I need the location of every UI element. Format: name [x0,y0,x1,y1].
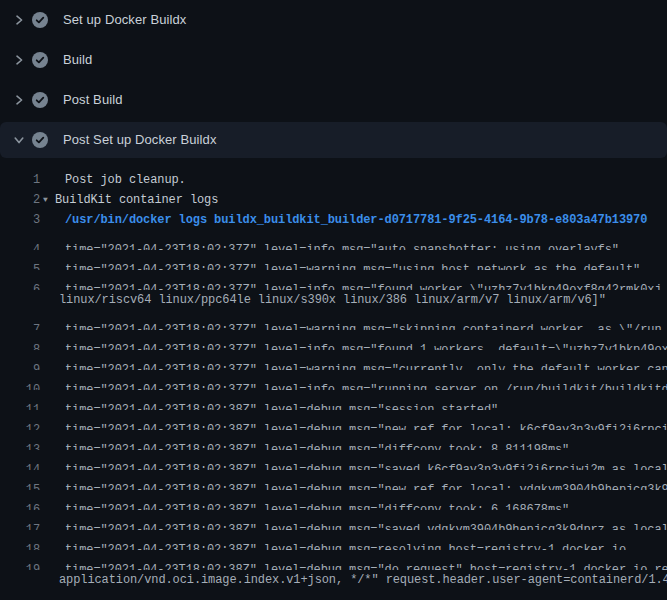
check-circle-icon [32,132,48,148]
collapse-triangle-icon: ▼ [43,190,55,210]
line-number[interactable]: 10 [0,380,40,390]
step-label: Post Set up Docker Buildx [63,132,217,148]
log-text: time="2021-04-23T18:02:37Z" level=info m… [65,340,667,350]
line-number[interactable]: 8 [0,340,40,350]
chevron-right-icon [13,54,25,66]
line-number[interactable]: 19 [0,560,40,570]
log-line: 15time="2021-04-23T18:02:38Z" level=debu… [0,470,667,490]
check-circle-icon [32,92,48,108]
step-row-set-up-docker-buildx[interactable]: Set up Docker Buildx [0,0,667,40]
log-line: 18time="2021-04-23T18:02:38Z" level=debu… [0,530,667,550]
log-text: time="2021-04-23T18:02:38Z" level=debug … [65,420,667,430]
chevron-right-icon [13,14,25,26]
log-line: 10time="2021-04-23T18:02:37Z" level=info… [0,370,667,390]
chevron-down-icon [13,134,25,146]
line-number[interactable]: 17 [0,520,40,530]
log-group-label: BuildKit container logs [55,193,218,207]
log-line: 4time="2021-04-23T18:02:37Z" level=info … [0,230,667,250]
line-number [0,290,40,310]
line-number[interactable]: 15 [0,480,40,490]
log-text: time="2021-04-23T18:02:38Z" level=debug … [65,480,667,490]
log-text: time="2021-04-23T18:02:38Z" level=debug … [65,400,498,410]
log-text: time="2021-04-23T18:02:38Z" level=debug … [65,500,569,510]
log-line: 1Post job cleanup. [0,170,667,190]
line-number[interactable]: 5 [0,260,40,270]
log-text: time="2021-04-23T18:02:38Z" level=debug … [65,460,667,470]
log-text: time="2021-04-23T18:02:38Z" level=debug … [65,560,667,570]
workflow-steps-list: Set up Docker BuildxBuildPost BuildPost … [0,0,667,158]
log-line: 13time="2021-04-23T18:02:38Z" level=debu… [0,430,667,450]
log-text: time="2021-04-23T18:02:38Z" level=debug … [65,540,626,550]
log-line: 6time="2021-04-23T18:02:37Z" level=info … [0,270,667,290]
log-line: 3/usr/bin/docker logs buildx_buildkit_bu… [0,210,667,230]
log-line: 9time="2021-04-23T18:02:37Z" level=warni… [0,350,667,370]
line-number[interactable]: 16 [0,500,40,510]
line-number[interactable]: 12 [0,420,40,430]
line-number[interactable]: 7 [0,320,40,330]
line-number[interactable]: 13 [0,440,40,450]
log-text: time="2021-04-23T18:02:37Z" level=warnin… [65,320,662,330]
line-number[interactable]: 18 [0,540,40,550]
log-text: application/vnd.oci.image.index.v1+json,… [59,570,667,590]
log-line-continuation: application/vnd.oci.image.index.v1+json,… [0,570,667,590]
check-circle-icon [32,52,48,68]
chevron-right-icon [13,94,25,106]
log-text: time="2021-04-23T18:02:37Z" level=info m… [65,240,619,250]
line-number[interactable]: 11 [0,400,40,410]
log-line: 20time="2021-04-23T18:02:38Z" level=debu… [0,590,667,600]
log-text: time="2021-04-23T18:02:37Z" level=info m… [65,380,667,390]
log-group-toggle[interactable]: ▼BuildKit container logs [43,190,218,210]
line-number[interactable]: 14 [0,460,40,470]
step-label: Set up Docker Buildx [63,12,186,28]
log-line-continuation: linux/riscv64 linux/ppc64le linux/s390x … [0,290,667,310]
log-command-text: /usr/bin/docker logs buildx_buildkit_bui… [65,210,647,230]
log-viewer: 1Post job cleanup.2▼BuildKit container l… [0,160,667,600]
log-line: 14time="2021-04-23T18:02:38Z" level=debu… [0,450,667,470]
log-line: 16time="2021-04-23T18:02:38Z" level=debu… [0,490,667,510]
line-number [0,570,40,590]
log-text: time="2021-04-23T18:02:38Z" level=debug … [65,520,667,530]
line-number[interactable]: 4 [0,240,40,250]
log-text: Post job cleanup. [65,170,186,190]
log-line: 7time="2021-04-23T18:02:37Z" level=warni… [0,310,667,330]
check-circle-icon [32,12,48,28]
step-label: Post Build [63,92,123,108]
log-text: time="2021-04-23T18:02:37Z" level=warnin… [65,360,667,370]
step-row-post-build[interactable]: Post Build [0,80,667,120]
log-line: 12time="2021-04-23T18:02:38Z" level=debu… [0,410,667,430]
log-line: 2▼BuildKit container logs [0,190,667,210]
log-line: 17time="2021-04-23T18:02:38Z" level=debu… [0,510,667,530]
log-text: linux/riscv64 linux/ppc64le linux/s390x … [59,290,606,310]
log-line: 11time="2021-04-23T18:02:38Z" level=debu… [0,390,667,410]
log-line: 5time="2021-04-23T18:02:37Z" level=warni… [0,250,667,270]
step-label: Build [63,52,92,68]
log-text: time="2021-04-23T18:02:37Z" level=info m… [65,280,662,290]
step-row-post-set-up-docker-buildx[interactable]: Post Set up Docker Buildx [0,122,667,158]
log-line: 19time="2021-04-23T18:02:38Z" level=debu… [0,550,667,570]
log-line: 8time="2021-04-23T18:02:37Z" level=info … [0,330,667,350]
log-text: time="2021-04-23T18:02:37Z" level=warnin… [65,260,640,270]
line-number[interactable]: 1 [0,170,40,190]
log-text: time="2021-04-23T18:02:38Z" level=debug … [65,440,569,450]
line-number[interactable]: 9 [0,360,40,370]
line-number[interactable]: 6 [0,280,40,290]
line-number[interactable]: 3 [0,210,40,230]
step-row-build[interactable]: Build [0,40,667,80]
line-number[interactable]: 2 [0,190,40,210]
